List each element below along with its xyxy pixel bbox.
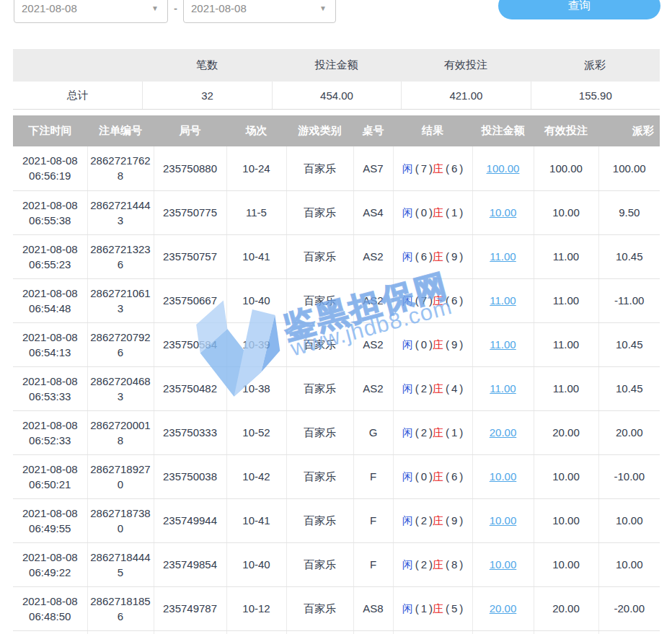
bet-amount-link[interactable]: 20.00 bbox=[490, 426, 517, 439]
header-game-type: 游戏类别 bbox=[286, 115, 353, 146]
table-row: 2021-08-08 06:55:38286272144432357507751… bbox=[13, 190, 660, 234]
table-number-cell: AS2 bbox=[353, 366, 393, 410]
header-bet-number: 注单编号 bbox=[87, 115, 154, 146]
payout-cell: -20.00 bbox=[598, 586, 660, 630]
bet-number-cell: 28627214443 bbox=[87, 190, 154, 234]
player-result: 闲 bbox=[402, 250, 413, 263]
header-payout: 派彩 bbox=[598, 115, 660, 146]
bet-amount-link[interactable]: 10.00 bbox=[490, 514, 517, 527]
empty-cell bbox=[534, 630, 598, 634]
valid-bet-cell: 10.00 bbox=[534, 190, 598, 234]
table-row: 2021-08-08 06:50:21286271892702357500381… bbox=[13, 454, 660, 498]
bet-number-cell: 28627217628 bbox=[87, 146, 154, 190]
session-cell: 10-38 bbox=[226, 366, 286, 410]
game-type-cell: 百家乐 bbox=[286, 586, 353, 630]
date-to-select[interactable]: 2021-08-08 ▼ bbox=[183, 0, 336, 23]
session-cell: 10-41 bbox=[226, 234, 286, 278]
game-type-cell: 百家乐 bbox=[286, 190, 353, 234]
bet-amount-link[interactable]: 11.00 bbox=[490, 382, 516, 395]
bet-time-cell: 2021-08-08 06:56:19 bbox=[13, 146, 87, 190]
table-row: 2021-08-08 06:56:19286272176282357508801… bbox=[13, 146, 660, 190]
header-bet-amount: 投注金额 bbox=[472, 115, 534, 146]
bet-table-body: 2021-08-08 06:56:19286272176282357508801… bbox=[13, 146, 660, 634]
summary-header-empty bbox=[13, 49, 142, 82]
session-cell: 10-52 bbox=[226, 410, 286, 454]
valid-bet-cell: 11.00 bbox=[534, 322, 598, 366]
result-cell: 闲 ( 7 )庄 ( 6 ) bbox=[393, 146, 472, 190]
bet-amount-cell: 10.00 bbox=[472, 498, 534, 542]
banker-result: 庄 bbox=[433, 162, 443, 175]
result-cell: 闲 ( 7 )庄 ( 6 ) bbox=[393, 278, 472, 322]
banker-result: 庄 bbox=[433, 206, 443, 219]
table-number-cell: AS8 bbox=[353, 586, 393, 630]
bet-amount-link[interactable]: 11.00 bbox=[490, 338, 516, 351]
empty-cell bbox=[472, 630, 534, 634]
result-cell: 闲 ( 2 )庄 ( 9 ) bbox=[393, 498, 472, 542]
bet-amount-link[interactable]: 11.00 bbox=[490, 294, 516, 307]
game-type-cell: 百家乐 bbox=[286, 498, 353, 542]
player-result: 闲 bbox=[402, 470, 413, 483]
bet-number-cell: 28627181856 bbox=[87, 586, 154, 630]
bet-time-cell: 2021-08-08 06:53:33 bbox=[13, 366, 87, 410]
bet-time-cell: 2021-08-08 06:49:22 bbox=[13, 542, 87, 586]
empty-cell bbox=[393, 630, 472, 634]
date-from-select[interactable]: 2021-08-08 ▼ bbox=[14, 0, 168, 23]
round-number-cell: 235749787 bbox=[154, 586, 226, 630]
bet-number-cell: 28627189270 bbox=[87, 454, 154, 498]
table-row: 2021-08-08 06:55:23286272132362357507571… bbox=[13, 234, 660, 278]
result-cell: 闲 ( 2 )庄 ( 1 ) bbox=[393, 410, 472, 454]
payout-cell: 10.45 bbox=[598, 322, 660, 366]
round-number-cell: 235750482 bbox=[154, 366, 226, 410]
chevron-down-icon: ▼ bbox=[151, 4, 159, 12]
player-result: 闲 bbox=[402, 382, 413, 395]
session-cell: 10-12 bbox=[226, 586, 286, 630]
table-number-cell: AS4 bbox=[353, 190, 393, 234]
payout-cell: -10.00 bbox=[598, 454, 660, 498]
bet-amount-link[interactable]: 10.00 bbox=[490, 558, 517, 571]
header-result: 结果 bbox=[393, 115, 472, 146]
date-to-value: 2021-08-08 bbox=[191, 2, 247, 14]
query-button[interactable]: 查询 bbox=[498, 0, 660, 19]
header-round-number: 局号 bbox=[154, 115, 226, 146]
bet-time-cell: 2021-08-08 06:54:48 bbox=[13, 278, 87, 322]
bet-number-cell: 28627184445 bbox=[87, 542, 154, 586]
payout-cell: 10.00 bbox=[598, 498, 660, 542]
bet-amount-link[interactable]: 20.00 bbox=[490, 602, 517, 615]
banker-result: 庄 bbox=[433, 426, 443, 439]
result-cell: 闲 ( 2 )庄 ( 4 ) bbox=[393, 366, 472, 410]
header-valid-bet: 有效投注 bbox=[534, 115, 598, 146]
session-cell: 10-24 bbox=[226, 146, 286, 190]
bet-table-header-row: 下注时间 注单编号 局号 场次 游戏类别 桌号 结果 投注金额 有效投注 派彩 bbox=[13, 115, 660, 146]
player-result: 闲 bbox=[402, 558, 413, 571]
bet-time-cell: 2021-08-08 06:52:33 bbox=[13, 410, 87, 454]
bet-amount-link[interactable]: 11.00 bbox=[490, 250, 516, 263]
bet-amount-link[interactable]: 10.00 bbox=[490, 470, 517, 483]
player-result: 闲 bbox=[402, 162, 413, 175]
player-result: 闲 bbox=[402, 426, 413, 439]
bet-amount-cell: 11.00 bbox=[472, 322, 534, 366]
session-cell: 10-39 bbox=[226, 322, 286, 366]
summary-header-count: 笔数 bbox=[142, 49, 271, 82]
empty-cell bbox=[154, 630, 226, 634]
summary-total-bet-amount: 454.00 bbox=[272, 82, 401, 109]
summary-header-row: 笔数 投注金额 有效投注 派彩 bbox=[13, 49, 660, 82]
bet-number-cell: 28627210613 bbox=[87, 278, 154, 322]
result-cell: 闲 ( 2 )庄 ( 8 ) bbox=[393, 542, 472, 586]
date-from-value: 2021-08-08 bbox=[22, 2, 77, 14]
header-bet-time: 下注时间 bbox=[13, 115, 87, 146]
table-row: 2021-08-08 06:49:55286271873802357499441… bbox=[13, 498, 660, 542]
round-number-cell: 235749944 bbox=[154, 498, 226, 542]
empty-cell bbox=[13, 630, 87, 634]
table-row: 2021-08-08 06:48:50286271818562357497871… bbox=[13, 586, 660, 630]
table-row: 2021-08-08 06:54:48286272106132357506671… bbox=[13, 278, 660, 322]
table-number-cell: AS7 bbox=[353, 146, 393, 190]
payout-cell: 100.00 bbox=[598, 146, 660, 190]
bet-amount-link[interactable]: 10.00 bbox=[490, 206, 517, 219]
session-cell: 10-40 bbox=[226, 278, 286, 322]
bet-number-cell: 28627207926 bbox=[87, 322, 154, 366]
result-cell: 闲 ( 1 )庄 ( 5 ) bbox=[393, 586, 472, 630]
bet-amount-cell: 11.00 bbox=[472, 278, 534, 322]
bet-amount-link[interactable]: 100.00 bbox=[487, 162, 520, 175]
table-row: 2021-08-08 06:53:33286272046832357504821… bbox=[13, 366, 660, 410]
game-type-cell: 百家乐 bbox=[286, 410, 353, 454]
